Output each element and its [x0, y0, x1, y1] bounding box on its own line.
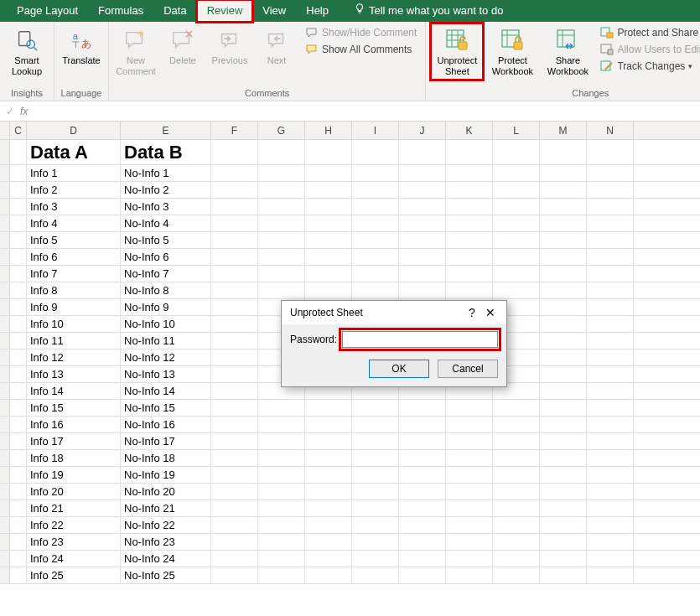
cell[interactable]: Info 18 — [27, 450, 121, 466]
cell[interactable] — [540, 316, 587, 332]
cell[interactable] — [399, 551, 446, 567]
cell[interactable] — [211, 249, 258, 265]
cell[interactable]: No-Info 3 — [121, 199, 211, 215]
cell[interactable] — [399, 433, 446, 449]
cell[interactable] — [399, 140, 446, 164]
cell[interactable]: No-Info 19 — [121, 467, 211, 483]
cell[interactable] — [587, 417, 634, 432]
cell[interactable]: Info 7 — [27, 266, 121, 282]
cell[interactable]: No-Info 20 — [121, 484, 211, 500]
cell[interactable] — [305, 282, 352, 298]
cell[interactable] — [587, 232, 634, 248]
cell[interactable] — [305, 467, 352, 483]
cell[interactable] — [540, 484, 587, 500]
cell[interactable] — [587, 383, 634, 399]
cell[interactable] — [305, 417, 352, 432]
cell[interactable] — [493, 517, 540, 533]
cell[interactable] — [258, 400, 305, 416]
cell[interactable] — [352, 400, 399, 416]
cell[interactable]: No-Info 8 — [121, 282, 211, 298]
cell[interactable] — [10, 316, 27, 332]
cell[interactable] — [211, 534, 258, 550]
cell[interactable] — [399, 232, 446, 248]
cell[interactable] — [258, 467, 305, 483]
cell[interactable]: Info 6 — [27, 249, 121, 265]
tab-review[interactable]: Review — [197, 0, 253, 22]
cell[interactable] — [540, 400, 587, 416]
cell[interactable] — [211, 450, 258, 466]
cell[interactable] — [587, 567, 634, 583]
cell[interactable] — [211, 140, 258, 164]
cell[interactable] — [446, 215, 493, 231]
cell[interactable]: Info 23 — [27, 534, 121, 550]
cell[interactable]: Info 2 — [27, 182, 121, 198]
cell[interactable] — [399, 567, 446, 583]
cell[interactable] — [10, 140, 27, 164]
cell[interactable] — [10, 450, 27, 466]
cell[interactable]: Info 13 — [27, 366, 121, 382]
cell[interactable] — [493, 500, 540, 516]
cell[interactable] — [10, 500, 27, 516]
cell[interactable] — [211, 182, 258, 198]
cell[interactable] — [211, 551, 258, 567]
cell[interactable]: Info 25 — [27, 567, 121, 583]
cell[interactable]: No-Info 22 — [121, 517, 211, 533]
cell[interactable] — [211, 299, 258, 315]
cell[interactable] — [10, 182, 27, 198]
cell[interactable] — [352, 165, 399, 181]
cell[interactable] — [540, 165, 587, 181]
cell[interactable]: No-Info 18 — [121, 450, 211, 466]
cell[interactable] — [305, 450, 352, 466]
cell[interactable]: No-Info 10 — [121, 316, 211, 332]
cell[interactable] — [305, 140, 352, 164]
cell[interactable] — [540, 467, 587, 483]
cell[interactable] — [399, 249, 446, 265]
cell[interactable] — [211, 199, 258, 215]
dialog-titlebar[interactable]: Unprotect Sheet ? ✕ — [282, 301, 506, 324]
cell[interactable]: Info 9 — [27, 299, 121, 315]
cell[interactable]: No-Info 13 — [121, 366, 211, 382]
cell[interactable] — [587, 534, 634, 550]
tab-formulas[interactable]: Formulas — [88, 0, 153, 22]
cell[interactable] — [352, 417, 399, 432]
cell[interactable] — [399, 182, 446, 198]
cell[interactable] — [540, 182, 587, 198]
cell[interactable] — [305, 199, 352, 215]
cell[interactable] — [10, 534, 27, 550]
previous-comment-button[interactable]: Previous — [208, 23, 251, 70]
cell[interactable] — [352, 551, 399, 567]
cell[interactable]: No-Info 11 — [121, 333, 211, 349]
cell[interactable] — [10, 467, 27, 483]
cell[interactable] — [305, 484, 352, 500]
cell[interactable] — [493, 450, 540, 466]
cell[interactable] — [211, 400, 258, 416]
cell[interactable] — [352, 215, 399, 231]
cell[interactable] — [587, 450, 634, 466]
cell[interactable]: No-Info 6 — [121, 249, 211, 265]
cell[interactable]: Info 11 — [27, 333, 121, 349]
cell[interactable]: No-Info 23 — [121, 534, 211, 550]
password-input[interactable] — [342, 331, 498, 348]
next-comment-button[interactable]: Next — [255, 23, 298, 70]
cell[interactable] — [10, 400, 27, 416]
col-header[interactable]: D — [27, 122, 121, 139]
cell[interactable] — [540, 567, 587, 583]
dialog-close-button[interactable]: ✕ — [481, 306, 500, 319]
cell[interactable] — [10, 333, 27, 349]
cell[interactable] — [587, 299, 634, 315]
cell[interactable] — [10, 383, 27, 399]
cell[interactable] — [352, 232, 399, 248]
cell[interactable]: No-Info 25 — [121, 567, 211, 583]
cell[interactable] — [399, 534, 446, 550]
cell[interactable] — [587, 249, 634, 265]
cell[interactable] — [446, 567, 493, 583]
cell[interactable] — [446, 517, 493, 533]
tellme-search[interactable]: Tell me what you want to do — [344, 0, 513, 22]
cell[interactable] — [587, 140, 634, 164]
protect-share-button[interactable]: Protect and Share Workbook — [597, 25, 700, 40]
delete-comment-button[interactable]: Delete — [161, 23, 205, 70]
cell[interactable] — [352, 467, 399, 483]
cell[interactable] — [587, 484, 634, 500]
cell[interactable] — [399, 467, 446, 483]
cell[interactable] — [446, 182, 493, 198]
